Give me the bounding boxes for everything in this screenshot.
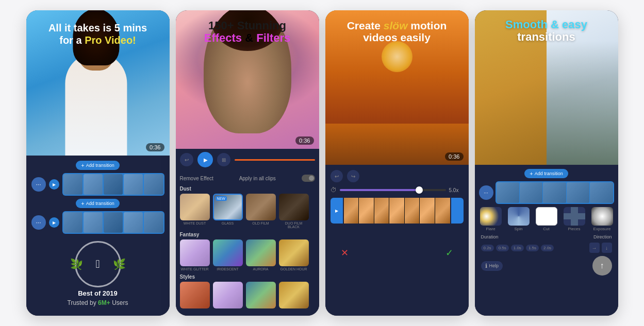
card4-add-transition-btn[interactable]: Add transition bbox=[524, 169, 568, 178]
clip-thumb bbox=[104, 174, 123, 195]
card4-help-btn[interactable]: ℹ Help bbox=[481, 261, 503, 271]
card4-export-btn[interactable] bbox=[592, 256, 612, 276]
card4-frame bbox=[497, 182, 519, 203]
help-icon: ℹ bbox=[485, 263, 487, 269]
effect-label: AURORA bbox=[253, 267, 269, 271]
effect-item-aurora[interactable]: AURORA bbox=[246, 239, 276, 271]
clip-thumb bbox=[144, 212, 163, 233]
clip-frame bbox=[435, 198, 450, 224]
clip-thumb bbox=[63, 212, 82, 233]
effect-label: IRIDESCENT bbox=[217, 267, 238, 271]
trans-label-cut: Cut bbox=[543, 227, 549, 231]
effect-item-style2[interactable] bbox=[213, 282, 243, 308]
trans-label-pieces: Pieces bbox=[568, 227, 580, 231]
card2-effects-styles-row bbox=[180, 282, 315, 308]
card1-add-transition-btn[interactable]: Add transition bbox=[76, 161, 119, 170]
card1-heading-prefix: for a bbox=[59, 35, 85, 46]
effect-item-style4[interactable] bbox=[279, 282, 309, 308]
effect-item-glass[interactable]: NEW GLASS bbox=[213, 194, 243, 229]
effect-thumb-img bbox=[279, 282, 309, 308]
card3-heading: Create slöw motion videos easily bbox=[325, 20, 469, 43]
card3-speed-icon: ⏱ bbox=[331, 186, 337, 194]
card2-effects-fantasy-row: WHITE GLITTER IRIDESCENT AURORA GOLDEN H… bbox=[180, 239, 315, 271]
effect-item-glitter[interactable]: WHITE GLITTER bbox=[180, 239, 210, 271]
clip-thumb bbox=[124, 212, 143, 233]
card2-preview: 150+ Stunning Effects & Filters 0:36 bbox=[176, 10, 319, 149]
card2-playback-controls: ↩ ⊞ bbox=[176, 149, 319, 170]
duration-pill-0_5s[interactable]: 0.5s bbox=[496, 245, 509, 251]
card2-apply-toggle[interactable] bbox=[302, 175, 315, 182]
card4-frame bbox=[567, 182, 589, 203]
duration-pill-0_2s[interactable]: 0.2s bbox=[481, 245, 494, 251]
effect-thumb-img bbox=[180, 194, 210, 220]
effect-item-style1[interactable] bbox=[180, 282, 210, 308]
card4-transitions-row: Flare Spin Cut Pieces Exposure bbox=[479, 207, 614, 231]
card3-clip-play-btn[interactable] bbox=[331, 198, 343, 224]
card3-cancel-btn[interactable]: ✕ bbox=[341, 247, 349, 259]
award-text: Best of 2019 bbox=[78, 289, 118, 297]
card3-speed-value: 5.0x bbox=[449, 187, 464, 193]
effect-thumb-img bbox=[180, 282, 210, 308]
card2-effects-label: Effects bbox=[204, 31, 242, 44]
transition-exposure[interactable]: Exposure bbox=[591, 207, 613, 231]
effect-item-old-film[interactable]: OLD FILM bbox=[246, 194, 276, 229]
card2-remove-effect-btn[interactable]: Remove Effect bbox=[180, 176, 213, 181]
card1-play-btn[interactable] bbox=[49, 179, 59, 190]
card2-apply-btn[interactable]: Apply in all clips bbox=[239, 176, 276, 181]
trans-label-flare: Flare bbox=[486, 227, 495, 231]
effect-item-duo-film[interactable]: DUO FILM BLACK bbox=[279, 194, 309, 229]
duration-pill-1_5s[interactable]: 1.5s bbox=[526, 245, 539, 251]
card1-editor: Add transition ··· Add transition ··· bbox=[26, 156, 170, 316]
card1-heading-line2: for a Pro Video! bbox=[26, 34, 170, 46]
trans-thumb-cut-selected bbox=[536, 207, 557, 226]
card3-clip-end-btn[interactable] bbox=[451, 198, 464, 224]
card2-heading: 150+ Stunning Effects & Filters bbox=[176, 20, 319, 44]
clip-frame bbox=[344, 198, 359, 224]
effect-thumb-img bbox=[246, 194, 276, 220]
slider-fill bbox=[340, 189, 420, 191]
transition-pieces[interactable]: Pieces bbox=[564, 207, 585, 231]
duration-pill-1_0s[interactable]: 1.0s bbox=[511, 245, 524, 251]
card3-preview: Create slöw motion videos easily 0:36 bbox=[325, 10, 469, 165]
duration-pill-2_0s[interactable]: 2.0s bbox=[541, 245, 554, 251]
card3-clip-frames bbox=[344, 198, 450, 224]
dir-arrow-right-btn[interactable]: → bbox=[589, 243, 600, 253]
effect-item-style3[interactable] bbox=[246, 282, 276, 308]
card1-play-btn2[interactable] bbox=[49, 217, 59, 228]
effect-item-white-dust[interactable]: WHITE DUST bbox=[180, 194, 210, 229]
card3-slow-label: slöw bbox=[384, 20, 408, 31]
card3-redo-btn[interactable]: ↪ bbox=[347, 170, 359, 182]
card1-dots-btn[interactable]: ··· bbox=[31, 177, 46, 192]
award-ring:  bbox=[75, 241, 121, 287]
effect-item-golden-hour[interactable]: GOLDEN HOUR bbox=[279, 239, 309, 271]
effect-thumb-img bbox=[213, 239, 243, 266]
card3-undo-btn[interactable]: ↩ bbox=[331, 170, 343, 182]
effect-thumb-img bbox=[246, 239, 276, 266]
card4-help-export-row: ℹ Help bbox=[479, 256, 614, 276]
transition-spin[interactable]: Spin bbox=[508, 207, 530, 231]
card3-confirm-btn[interactable]: ✓ bbox=[445, 247, 453, 259]
transition-cut[interactable]: Cut bbox=[536, 207, 557, 231]
effect-item-iridescent[interactable]: IRIDESCENT bbox=[213, 239, 243, 271]
trusted-highlight: 6M+ bbox=[98, 299, 110, 306]
effect-thumb-img-selected: NEW bbox=[213, 194, 243, 220]
clip-thumb bbox=[104, 212, 123, 233]
trans-label-exposure: Exposure bbox=[593, 227, 611, 231]
clip-frame bbox=[420, 198, 435, 224]
phone-card-4: Smooth & easy transitions Add transition… bbox=[475, 10, 618, 316]
card1-timeline-row2: ··· bbox=[31, 211, 164, 234]
card1-dots-btn2[interactable]: ··· bbox=[31, 215, 46, 230]
card4-controls-row: 0.2s 0.5s 1.0s 1.5s 2.0s → ↓ bbox=[479, 243, 614, 253]
transition-flare[interactable]: Flare bbox=[480, 207, 502, 231]
card3-sun bbox=[382, 41, 412, 72]
card2-grid-btn[interactable]: ⊞ bbox=[217, 153, 230, 166]
card2-undo-btn[interactable]: ↩ bbox=[180, 153, 193, 166]
card2-play-btn[interactable] bbox=[197, 152, 213, 167]
dir-arrow-down-btn[interactable]: ↓ bbox=[602, 243, 612, 253]
card3-speed-slider[interactable] bbox=[340, 189, 446, 191]
card3-heading-line2: videos easily bbox=[325, 31, 469, 43]
card2-effects-panel: Remove Effect Apply in all clips Dust WH… bbox=[176, 170, 319, 316]
card1-add-transition-btn2[interactable]: Add transition bbox=[76, 199, 119, 208]
card2-category-styles: Styles bbox=[180, 274, 315, 280]
card4-dots-btn[interactable]: ··· bbox=[479, 185, 493, 200]
